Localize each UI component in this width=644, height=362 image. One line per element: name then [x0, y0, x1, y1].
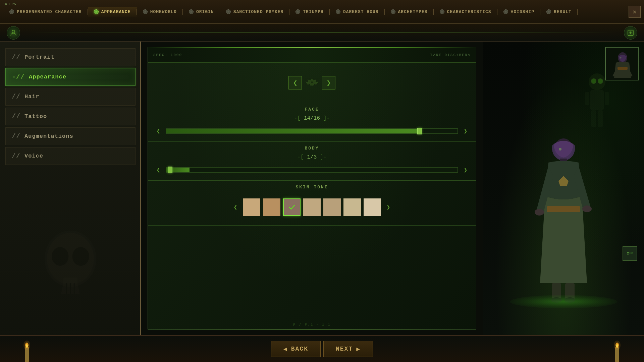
- skin-swatch-2[interactable]: [263, 198, 280, 216]
- body-slider-container: ❮ ❯: [153, 164, 471, 176]
- sidebar-item-augmentations[interactable]: // Augmentations: [5, 127, 136, 145]
- body-slider-left-arrow[interactable]: ❮: [153, 165, 163, 175]
- nav-item-appearance[interactable]: Appearance: [88, 7, 137, 17]
- svg-rect-30: [605, 92, 609, 105]
- character-platform: [510, 295, 617, 308]
- nav-item-origin[interactable]: Origin: [183, 7, 220, 17]
- svg-point-4: [52, 247, 68, 266]
- body-slider-right-arrow[interactable]: ❯: [461, 165, 471, 175]
- nav-gem-origin: [189, 9, 194, 14]
- skull-watermark: [23, 221, 117, 315]
- skin-swatch-5[interactable]: [323, 198, 341, 216]
- skin-swatch-3[interactable]: [283, 198, 301, 216]
- swatch-left-arrow[interactable]: ❮: [231, 202, 240, 212]
- face-slider-track[interactable]: [166, 128, 458, 134]
- face-slider-fill: [166, 129, 420, 133]
- top-nav-bar: Pregenerated Character Appearance Homewo…: [0, 0, 644, 24]
- sidebar-item-voice[interactable]: // Voice: [5, 147, 136, 165]
- sidebar-label-voice: Voice: [24, 153, 43, 159]
- sidebar-slash-hair: //: [12, 93, 20, 101]
- panel-header: SPEC: 1000 TARE DISC+BERA: [148, 47, 476, 63]
- nav-gem-psyker: [226, 9, 231, 14]
- svg-point-5: [72, 247, 89, 266]
- back-arrow-icon: ◀: [283, 345, 288, 353]
- next-button[interactable]: Next ▶: [323, 341, 373, 357]
- sidebar-slash-portrait: //: [12, 53, 20, 61]
- swatches-container: ❮: [153, 193, 471, 221]
- sidebar-slash-tattoo: //: [12, 113, 20, 120]
- close-button[interactable]: ✕: [629, 6, 641, 18]
- character-figure: [520, 129, 607, 303]
- face-slider-left-arrow[interactable]: ❮: [153, 126, 163, 136]
- svg-point-0: [12, 30, 15, 33]
- next-arrow-icon: ▶: [356, 345, 361, 353]
- preview-left-arrow[interactable]: ❮: [288, 76, 302, 89]
- nav-item-result[interactable]: Result: [540, 7, 578, 17]
- svg-point-14: [582, 205, 592, 212]
- skin-swatch-6[interactable]: [343, 198, 361, 216]
- nav-item-pregenerated[interactable]: Pregenerated Character: [3, 7, 88, 17]
- body-value: 1/3: [307, 154, 317, 160]
- svg-point-13: [535, 209, 544, 216]
- ruler-decoration: [27, 33, 617, 33]
- body-slider-thumb[interactable]: [168, 167, 172, 173]
- sidebar-item-appearance[interactable]: -// Appearance: [5, 68, 136, 86]
- sidebar-slash-augmentations: //: [12, 132, 20, 140]
- icon-bar: [0, 24, 644, 42]
- svg-point-42: [614, 341, 621, 350]
- skin-swatch-1[interactable]: [243, 198, 260, 216]
- nav-item-archetypes[interactable]: Archetypes: [385, 7, 434, 17]
- nav-item-homeworld[interactable]: Homeworld: [137, 7, 183, 17]
- icon-bar-right-icon: [624, 26, 637, 40]
- nav-gem-archetypes: [391, 9, 395, 14]
- right-panel: ⚙ FO: [483, 42, 644, 335]
- sidebar-label-tattoo: Tattoo: [24, 113, 47, 120]
- preview-right-arrow[interactable]: ❯: [322, 76, 335, 89]
- face-label: FACE: [153, 107, 471, 112]
- sidebar-item-hair[interactable]: // Hair: [5, 88, 136, 106]
- nav-item-sanctioned-psyker[interactable]: Sanctioned Psyker: [220, 7, 290, 17]
- next-label: Next: [336, 346, 353, 352]
- skin-swatch-7[interactable]: [364, 198, 381, 216]
- svg-rect-28: [590, 90, 604, 110]
- face-slider-right-arrow[interactable]: ❯: [461, 126, 471, 136]
- body-slider-wrapper: [166, 167, 458, 173]
- body-slider-track[interactable]: [166, 167, 458, 173]
- panel-header-left: SPEC: 1000: [153, 53, 182, 57]
- sidebar: // Portrait -// Appearance // Hair // Ta…: [0, 42, 141, 335]
- back-button[interactable]: ◀ Back: [271, 341, 321, 357]
- sidebar-label-appearance: Appearance: [29, 74, 66, 80]
- panel-header-right: TARE DISC+BERA: [430, 53, 471, 57]
- nav-gem-voidship: [503, 9, 508, 14]
- bg-figure: [577, 68, 617, 137]
- nav-gem-pregenerated: [9, 9, 14, 14]
- sidebar-item-tattoo[interactable]: // Tattoo: [5, 108, 136, 125]
- bottom-bar: ◀ Back Next ▶: [0, 335, 644, 362]
- preview-area: ❮ ❯: [148, 63, 476, 103]
- deco-border-top: [148, 47, 476, 48]
- content-box-footer: P / F.1 · 1.1: [148, 226, 476, 329]
- svg-point-10: [311, 81, 313, 84]
- face-value: 14/16: [304, 115, 320, 121]
- nav-gem-homeworld: [143, 9, 148, 14]
- skin-swatch-4[interactable]: [303, 198, 321, 216]
- sidebar-item-portrait[interactable]: // Portrait: [5, 48, 136, 66]
- preview-emblem: [302, 73, 322, 93]
- svg-point-34: [598, 79, 602, 83]
- nav-item-darkest-hour[interactable]: Darkest Hour: [330, 7, 385, 17]
- nav-gem-appearance: [94, 9, 99, 14]
- face-slider-wrapper: [166, 128, 458, 134]
- settings-icon[interactable]: ⚙ FO: [623, 246, 637, 261]
- back-label: Back: [291, 346, 308, 352]
- nav-item-triumph[interactable]: Triumph: [289, 7, 330, 17]
- svg-rect-31: [591, 110, 596, 127]
- svg-rect-23: [618, 67, 628, 70]
- candle-right: [610, 339, 624, 362]
- svg-point-38: [23, 341, 30, 350]
- nav-item-voidship[interactable]: Voidship: [497, 7, 540, 17]
- nav-item-characteristics[interactable]: Characteristics: [434, 7, 497, 17]
- body-label: BODY: [153, 146, 471, 151]
- swatch-right-arrow[interactable]: ❯: [384, 202, 393, 212]
- face-slider-thumb[interactable]: [417, 128, 422, 134]
- svg-point-33: [592, 79, 596, 83]
